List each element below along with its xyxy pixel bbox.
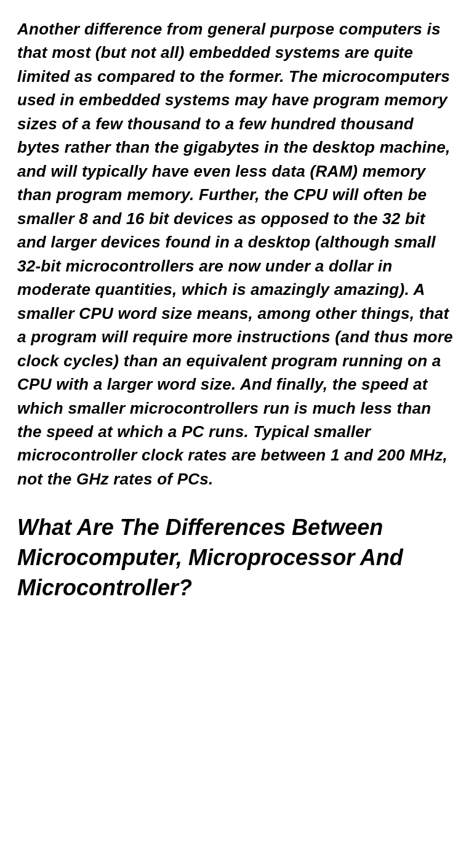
main-paragraph: Another difference from general purpose … [17, 17, 456, 491]
section-heading: What Are The Differences Between Microco… [17, 513, 456, 603]
